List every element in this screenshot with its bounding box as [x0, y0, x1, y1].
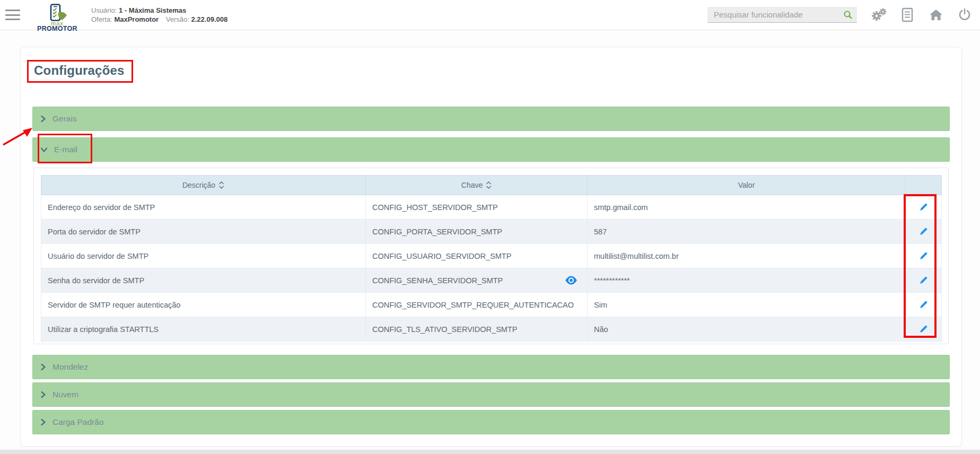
cell-descricao: Usuário do servidor de SMTP — [41, 244, 366, 268]
edit-pencil-icon[interactable] — [917, 274, 931, 287]
cell-chave: CONFIG_SENHA_SERVIDOR_SMTP — [366, 268, 588, 293]
accordion-email[interactable]: E-mail — [32, 137, 950, 162]
cell-valor: multilist@multilist.com.br — [588, 244, 906, 268]
chevron-down-icon — [40, 147, 48, 153]
chevron-right-icon — [40, 115, 46, 123]
table-row: Senha do servidor de SMTP CONFIG_SENHA_S… — [41, 268, 942, 293]
accordion-carga-padrao[interactable]: Carga Padrão — [32, 410, 950, 434]
version-value: 2.22.09.008 — [191, 15, 228, 23]
cell-chave: CONFIG_TLS_ATIVO_SERVIDOR_SMTP — [366, 317, 588, 342]
bottom-strip — [0, 450, 980, 454]
power-icon[interactable] — [957, 7, 973, 23]
chevron-right-icon — [40, 391, 46, 398]
offer-value: MaxPromotor — [114, 15, 159, 23]
cell-chave: CONFIG_SERVIDOR_SMTP_REQUER_AUTENTICACAO — [366, 293, 588, 317]
logo-text-promotor: PROMOTOR — [37, 26, 77, 31]
edit-pencil-icon[interactable] — [917, 200, 931, 214]
annotation-title-box: Configurações — [27, 60, 133, 83]
column-header-actions — [906, 176, 942, 195]
accordion-label: Carga Padrão — [52, 417, 104, 427]
chevron-right-icon — [40, 363, 46, 371]
cell-descricao: Utilizar a criptografia STARTTLS — [41, 317, 366, 342]
edit-pencil-icon[interactable] — [917, 249, 931, 263]
accordion-gerais[interactable]: Gerais — [32, 107, 950, 131]
chevron-right-icon — [40, 418, 46, 426]
user-value: 1 - Máxima Sistemas — [119, 6, 186, 14]
email-config-table: Descrição Chave — [41, 175, 942, 342]
cell-valor: 587 — [588, 220, 906, 244]
user-label: Usuário: — [91, 6, 117, 14]
edit-pencil-icon[interactable] — [917, 322, 931, 336]
offer-label: Oferta: — [91, 15, 112, 23]
show-password-eye-icon[interactable] — [565, 276, 578, 285]
cell-valor: Sim — [588, 293, 906, 317]
search-icon[interactable] — [839, 7, 857, 22]
feature-search — [707, 7, 857, 23]
hamburger-menu-icon[interactable] — [5, 10, 21, 20]
accordion-mondelez[interactable]: Mondelez — [32, 355, 950, 379]
sort-icon[interactable] — [218, 181, 224, 189]
cell-chave: CONFIG_USUARIO_SERVIDOR_SMTP — [366, 244, 588, 268]
top-bar: max PROMOTOR Usuário: 1 - Máxima Sistema… — [0, 0, 980, 30]
version-label: Versão: — [166, 15, 189, 23]
email-settings-panel: Descrição Chave — [33, 168, 949, 344]
accordion-label: E-mail — [54, 145, 77, 154]
cell-descricao: Senha do servidor de SMTP — [41, 268, 366, 293]
cell-valor: smtp.gmail.com — [588, 195, 906, 220]
cell-descricao: Porta do servidor de SMTP — [41, 220, 366, 244]
cell-valor: ************ — [588, 268, 906, 293]
home-icon[interactable] — [928, 7, 944, 23]
settings-gears-icon[interactable] — [871, 7, 887, 23]
sort-icon[interactable] — [486, 181, 492, 189]
search-input[interactable] — [707, 10, 839, 19]
edit-pencil-icon[interactable] — [917, 225, 931, 239]
table-header-row: Descrição Chave — [41, 176, 942, 195]
table-row: Endereço do servidor de SMTP CONFIG_HOST… — [41, 195, 942, 220]
accordion-label: Gerais — [52, 114, 77, 124]
cell-descricao: Endereço do servidor de SMTP — [41, 195, 366, 220]
cell-descricao: Servidor de SMTP requer autenticação — [41, 293, 366, 317]
cell-chave: CONFIG_PORTA_SERVIDOR_SMTP — [366, 220, 588, 244]
table-row: Utilizar a criptografia STARTTLS CONFIG_… — [41, 317, 942, 342]
table-row: Porta do servidor de SMTP CONFIG_PORTA_S… — [41, 220, 942, 244]
column-header-chave[interactable]: Chave — [366, 176, 588, 195]
edit-pencil-icon[interactable] — [917, 298, 931, 312]
app-window: max PROMOTOR Usuário: 1 - Máxima Sistema… — [0, 0, 980, 454]
accordion-nuvem[interactable]: Nuvem — [32, 382, 950, 407]
cell-valor: Não — [588, 317, 906, 342]
document-icon[interactable] — [899, 7, 915, 23]
app-logo: max PROMOTOR — [30, 4, 85, 31]
cell-chave: CONFIG_HOST_SERVIDOR_SMTP — [366, 195, 588, 220]
column-header-descricao[interactable]: Descrição — [41, 176, 366, 195]
column-header-valor: Valor — [588, 176, 906, 195]
table-row: Servidor de SMTP requer autenticação CON… — [41, 293, 942, 317]
accordion-label: Nuvem — [52, 390, 78, 399]
session-info: Usuário: 1 - Máxima Sistemas Oferta: Max… — [91, 6, 228, 24]
page-title: Configurações — [34, 63, 125, 77]
content-card: Configurações Gerais E-mail Des — [20, 47, 962, 447]
logo-phone-icon — [45, 4, 69, 22]
accordion-label: Mondelez — [52, 362, 88, 372]
table-row: Usuário do servidor de SMTP CONFIG_USUAR… — [41, 244, 942, 268]
